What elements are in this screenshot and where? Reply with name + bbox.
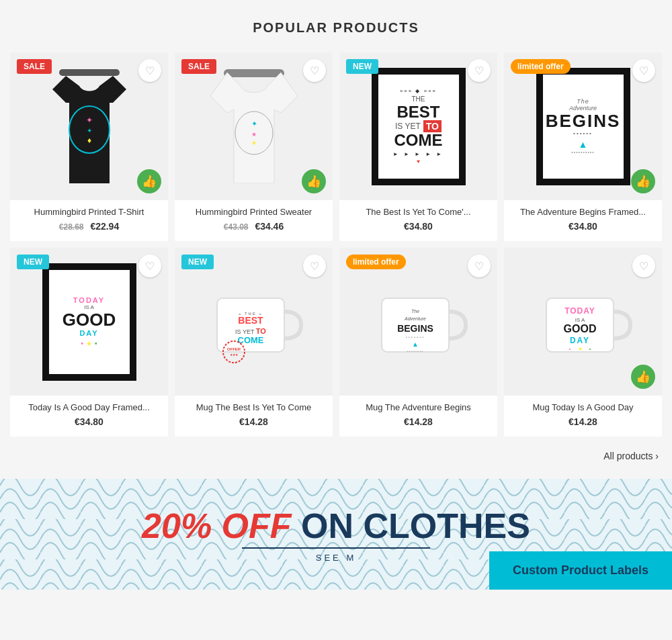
price-sale-4: €34.80 xyxy=(569,221,597,232)
product-name-3: The Best Is Yet To Come'... xyxy=(346,207,491,217)
svg-text:•: • xyxy=(589,346,591,352)
product-info-6: Mug The Best Is Yet To Come €14.28 xyxy=(175,396,333,437)
price-sale-7: €14.28 xyxy=(404,416,433,427)
product-card-3[interactable]: NEW »»» ◆ ««« THE BEST IS YET TO COME ► … xyxy=(339,52,497,241)
price-original-2: €43.08 xyxy=(224,222,249,232)
svg-text:•: • xyxy=(569,346,571,352)
frame-adventure-img: The Adventure BEGINS •••••• ▲ •••••••••• xyxy=(536,68,630,185)
product-price-4: €34.80 xyxy=(511,221,655,232)
product-info-4: The Adventure Begins Framed... €34.80 xyxy=(504,200,662,241)
product-image-1: SALE ✦ ✦ ♦ 👍 xyxy=(10,52,168,200)
svg-rect-0 xyxy=(59,69,120,76)
product-name-2: Hummingbird Printed Sweater xyxy=(181,207,326,217)
svg-text:IS YET TO: IS YET TO xyxy=(235,327,266,335)
thumb-icon-8: 👍 xyxy=(631,365,655,389)
svg-text:✦: ✦ xyxy=(87,127,92,134)
product-info-2: Hummingbird Printed Sweater €43.08 €34.4… xyxy=(175,200,333,241)
price-sale-1: €22.94 xyxy=(90,221,119,232)
frame-best-img: »»» ◆ ««« THE BEST IS YET TO COME ► ► ► … xyxy=(372,68,466,185)
product-info-8: Mug Today Is A Good Day €14.28 xyxy=(504,396,662,437)
product-price-1: €28.68 €22.94 xyxy=(17,221,161,232)
svg-text:★: ★ xyxy=(577,346,582,352)
svg-text:••••••••: •••••••• xyxy=(407,349,423,353)
svg-rect-5 xyxy=(224,69,284,77)
product-image-4: limited offer The Adventure BEGINS •••••… xyxy=(504,52,662,200)
product-price-3: €34.80 xyxy=(346,221,491,232)
product-name-6: Mug The Best Is Yet To Come xyxy=(181,402,326,412)
frame-today-img: TODAY IS A GOOD DAY • ★ • xyxy=(42,263,136,381)
price-sale-2: €34.46 xyxy=(255,221,284,232)
product-name-4: The Adventure Begins Framed... xyxy=(511,207,655,217)
all-products-row: All products xyxy=(0,440,672,472)
product-image-2: SALE ✦ ★ ♦ 👍 xyxy=(175,52,333,200)
svg-text:BEST: BEST xyxy=(238,315,263,326)
product-price-2: €43.08 €34.46 xyxy=(181,221,326,232)
mug-best-svg: » THE « BEST IS YET TO COME OFFER ★★★ xyxy=(204,271,304,372)
product-card-4[interactable]: limited offer The Adventure BEGINS •••••… xyxy=(504,52,662,241)
svg-text:OFFER: OFFER xyxy=(226,347,241,351)
svg-text:BEGINS: BEGINS xyxy=(397,323,433,334)
price-sale-6: €14.28 xyxy=(239,416,268,427)
product-card-7[interactable]: limited offer The Adventure BEGINS •••••… xyxy=(339,248,497,437)
svg-text:▲: ▲ xyxy=(412,340,419,348)
badge-limited-7: limited offer xyxy=(346,255,406,269)
wishlist-button-7[interactable] xyxy=(468,255,491,277)
badge-new-6: NEW xyxy=(181,255,214,269)
product-card-8[interactable]: TODAY IS A GOOD DAY • ★ • 👍 Mug Today Is… xyxy=(504,248,662,437)
svg-text:★: ★ xyxy=(251,131,257,138)
section-title: POPULAR PRODUCTS xyxy=(0,0,672,49)
wishlist-button-4[interactable] xyxy=(632,59,655,82)
product-image-5: NEW TODAY IS A GOOD DAY • ★ • xyxy=(10,248,168,396)
thumb-icon-1: 👍 xyxy=(137,169,161,193)
banner-section: 20% OFF ON CLOTHES SEE M Custom Product … xyxy=(0,479,672,590)
product-card-2[interactable]: SALE ✦ ★ ♦ 👍 Hummingbird Printed Sweater… xyxy=(175,52,333,241)
thumb-icon-4: 👍 xyxy=(631,169,655,193)
banner-subtitle: SEE M xyxy=(242,547,430,563)
product-name-5: Today Is A Good Day Framed... xyxy=(17,402,161,412)
svg-text:♦: ♦ xyxy=(87,136,91,145)
product-price-7: €14.28 xyxy=(346,416,491,427)
product-image-8: TODAY IS A GOOD DAY • ★ • 👍 xyxy=(504,248,662,396)
product-info-3: The Best Is Yet To Come'... €34.80 xyxy=(339,200,497,241)
sweater-svg: ✦ ★ ♦ xyxy=(207,69,301,183)
product-image-7: limited offer The Adventure BEGINS •••••… xyxy=(339,248,497,396)
svg-text:★★★: ★★★ xyxy=(230,353,239,357)
price-original-1: €28.68 xyxy=(59,222,84,232)
wishlist-button-8[interactable] xyxy=(632,255,655,277)
product-card-6[interactable]: NEW » THE « BEST IS YET TO COME OFFER ★★… xyxy=(175,248,333,437)
product-card-1[interactable]: SALE ✦ ✦ ♦ 👍 Hummingbird Printed T-Shirt… xyxy=(10,52,168,241)
svg-text:The: The xyxy=(411,309,419,314)
thumb-icon-2: 👍 xyxy=(302,169,326,193)
product-info-1: Hummingbird Printed T-Shirt €28.68 €22.9… xyxy=(10,200,168,241)
banner-content: 20% OFF ON CLOTHES SEE M xyxy=(0,479,672,590)
product-name-1: Hummingbird Printed T-Shirt xyxy=(17,207,161,217)
badge-sale-1: SALE xyxy=(17,59,52,74)
popular-products-section: POPULAR PRODUCTS SALE ✦ ✦ ♦ 👍 Hummingbir… xyxy=(0,0,672,590)
all-products-link[interactable]: All products xyxy=(603,451,659,461)
product-image-3: NEW »»» ◆ ««« THE BEST IS YET TO COME ► … xyxy=(339,52,497,200)
product-info-7: Mug The Adventure Begins €14.28 xyxy=(339,396,497,437)
svg-text:IS A: IS A xyxy=(575,317,585,323)
product-card-5[interactable]: NEW TODAY IS A GOOD DAY • ★ • Today Is A… xyxy=(10,248,168,437)
badge-limited-4: limited offer xyxy=(511,59,571,74)
tshirt-svg: ✦ ✦ ♦ xyxy=(46,69,133,183)
product-price-8: €14.28 xyxy=(511,416,655,427)
banner-on-clothes: ON CLOTHES xyxy=(301,506,530,545)
wishlist-button-1[interactable] xyxy=(138,59,161,82)
svg-text:✦: ✦ xyxy=(86,116,93,125)
price-sale-3: €34.80 xyxy=(404,221,433,232)
wishlist-button-3[interactable] xyxy=(468,59,491,82)
svg-text:♦: ♦ xyxy=(252,138,256,146)
wishlist-button-2[interactable] xyxy=(303,59,326,82)
wishlist-button-5[interactable] xyxy=(138,255,161,277)
svg-text:Adventure: Adventure xyxy=(404,316,426,321)
products-grid: SALE ✦ ✦ ♦ 👍 Hummingbird Printed T-Shirt… xyxy=(0,49,672,440)
mug-adventure-svg: The Adventure BEGINS ••••••• ▲ •••••••• xyxy=(368,271,469,372)
product-name-8: Mug Today Is A Good Day xyxy=(511,402,655,412)
product-image-6: NEW » THE « BEST IS YET TO COME OFFER ★★… xyxy=(175,248,333,396)
svg-text:GOOD: GOOD xyxy=(563,323,596,334)
banner-main-text: 20% OFF ON CLOTHES xyxy=(142,506,530,546)
svg-text:•••••••: ••••••• xyxy=(405,335,425,339)
wishlist-button-6[interactable] xyxy=(303,255,326,277)
price-sale-8: €14.28 xyxy=(569,416,597,427)
